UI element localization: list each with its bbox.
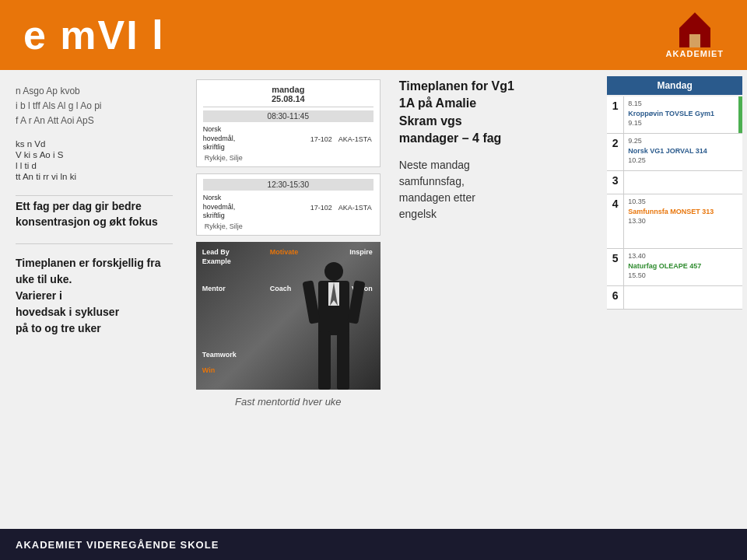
row-num-6: 6	[607, 286, 624, 309]
timetable-row-6: 6	[607, 286, 742, 310]
subject-5: Naturfag OLEAPE 457	[628, 261, 738, 271]
schedule-teacher-2: Rykkje, Silje	[203, 222, 374, 230]
label-motivate: Motivate	[270, 248, 299, 256]
time-5: 13.40	[628, 251, 738, 261]
row-num-4: 4	[607, 194, 624, 248]
section-label-1: ks n Vd	[16, 139, 173, 149]
svg-rect-8	[347, 280, 365, 324]
schedule-teacher-1: Rykkje, Silje	[203, 154, 374, 162]
akademiet-logo-icon	[675, 12, 714, 47]
row-content-2: 9.25 Norsk VG1 JORVAL 314 10.25	[624, 134, 742, 170]
middle-column: mandag25.08.14 08:30-11:45 Norskhovedmål…	[188, 70, 388, 529]
nav-items: n Asgo Ap kvob i b l tff Als Al g l Ao p…	[16, 84, 173, 128]
row-content-5: 13.40 Naturfag OLEAPE 457 15.50	[624, 249, 742, 285]
info-title: Timeplanen for Vg11A på AmalieSkram vgsm…	[399, 78, 591, 148]
nav-item-2: i b l tff Als Al g l Ao pi	[16, 99, 173, 113]
svg-rect-5	[318, 331, 331, 390]
divider-1	[16, 195, 173, 196]
section-label-2: V ki s Ao i S	[16, 150, 173, 159]
right-info-column: Timeplanen for Vg11A på AmalieSkram vgsm…	[388, 70, 602, 529]
section-labels: ks n Vd V ki s Ao i S l l ti d tt An ti …	[16, 139, 173, 183]
time5-end: 15.50	[628, 271, 738, 281]
svg-marker-1	[679, 12, 710, 28]
label-inspire: Inspire	[349, 248, 373, 256]
time-4: 10.35	[628, 197, 738, 207]
row-num-1: 1	[607, 96, 624, 133]
footer-bar: AKADEMIET VIDEREGÅENDE SKOLE	[0, 529, 747, 560]
label-teamwork: Teamwork	[202, 351, 237, 359]
label-coach: Coach	[270, 285, 292, 292]
time-2: 9.25	[628, 136, 738, 146]
schedule-time-1: 08:30-11:45	[203, 110, 374, 122]
schedule-class-2: AKA-1STA	[338, 204, 374, 212]
row-num-3: 3	[607, 171, 624, 194]
schedule-room-1: 17-102	[310, 135, 335, 143]
svg-rect-7	[303, 280, 321, 324]
schedule-header: mandag25.08.14	[203, 85, 374, 107]
time-1: 8.15	[628, 99, 738, 109]
green-indicator-1	[738, 96, 742, 133]
timetable-row-1: 1 8.15 Kroppøvin TOVSLE Gym1 9.15	[607, 96, 742, 134]
row-num-2: 2	[607, 134, 624, 170]
bottom-text: Timeplanen er forskjellig fra uke til uk…	[16, 255, 173, 337]
schedule-subject-2: Norskhovedmål,skriftlig	[203, 194, 307, 221]
body-text-1: Ett fag per dag gir bedre konsentrasjon …	[16, 199, 173, 229]
timetable-row-4: 4 10.35 Samfunnsfa MONSET 313 13.30	[607, 194, 742, 249]
section-label-3: l l ti d	[16, 161, 173, 170]
row-content-3	[624, 171, 742, 194]
row-content-4: 10.35 Samfunnsfa MONSET 313 13.30	[624, 194, 742, 248]
divider-2	[16, 243, 173, 244]
schedule-room-2: 17-102	[310, 204, 335, 212]
schedule-card-1: mandag25.08.14 08:30-11:45 Norskhovedmål…	[196, 79, 381, 167]
info-subtitle: Neste mandagsamfunnsfag,mandagen etteren…	[399, 157, 591, 222]
subject-4: Samfunnsfa MONSET 313	[628, 207, 738, 217]
bottom-text-line3: hovedsak i sykluser	[16, 304, 173, 320]
schedule-subject-1: Norskhovedmål,skriftlig	[203, 125, 307, 152]
top-bar: e mVI l AKADEMIET	[0, 0, 747, 70]
logo-text: AKADEMIET	[666, 49, 724, 58]
timetable-row-3: 3	[607, 171, 742, 194]
label-mentor: Mentor	[202, 285, 226, 292]
bottom-text-line1: Timeplanen er forskjellig fra uke til uk…	[16, 255, 173, 288]
svg-rect-6	[337, 331, 349, 390]
bottom-text-line4: på to og tre uker	[16, 320, 173, 337]
footer-text: AKADEMIET VIDEREGÅENDE SKOLE	[16, 539, 219, 551]
left-column: n Asgo Ap kvob i b l tff Als Al g l Ao p…	[0, 70, 188, 529]
timetable-header: Mandag	[607, 76, 742, 95]
row-content-6	[624, 286, 742, 309]
label-win: Win	[202, 366, 215, 374]
logo-area: AKADEMIET	[666, 12, 724, 58]
nav-item-3: f A r An Att Aoi ApS	[16, 114, 173, 128]
section-label-4: tt An ti rr vi ln ki	[16, 172, 173, 181]
time1-end: 9.15	[628, 118, 738, 128]
main-content: n Asgo Ap kvob i b l tff Als Al g l Ao p…	[0, 70, 747, 529]
row-content-1: 8.15 Kroppøvin TOVSLE Gym1 9.15	[624, 96, 742, 133]
schedule-class-1: AKA-1STA	[338, 135, 374, 143]
timetable-panel: Mandag 1 8.15 Kroppøvin TOVSLE Gym1 9.15…	[602, 70, 747, 529]
fast-mentor-text: Fast mentortid hver uke	[196, 396, 381, 408]
timetable-row-2: 2 9.25 Norsk VG1 JORVAL 314 10.25	[607, 134, 742, 171]
schedule-row-2: Norskhovedmål,skriftlig 17-102 AKA-1STA	[203, 194, 374, 221]
schedule-row-1: Norskhovedmål,skriftlig 17-102 AKA-1STA	[203, 125, 374, 152]
svg-rect-2	[689, 34, 700, 47]
time4-end: 13.30	[628, 216, 738, 226]
mentor-image-box: Lead ByExample Motivate Inspire Mentor C…	[196, 242, 381, 390]
schedule-time-2: 12:30-15:30	[203, 179, 374, 191]
nav-item-1: n Asgo Ap kvob	[16, 84, 173, 98]
subject-2: Norsk VG1 JORVAL 314	[628, 146, 738, 156]
time2-end: 10.25	[628, 156, 738, 166]
timetable-row-5: 5 13.40 Naturfag OLEAPE 457 15.50	[607, 249, 742, 286]
subject-1: Kroppøvin TOVSLE Gym1	[628, 109, 738, 119]
row-num-5: 5	[607, 249, 624, 285]
label-lead: Lead ByExample	[202, 248, 231, 266]
svg-point-3	[324, 262, 343, 281]
schedule-card-2: 12:30-15:30 Norskhovedmål,skriftlig 17-1…	[196, 173, 381, 236]
app-title: e mVI l	[23, 12, 165, 58]
bottom-text-line2: Varierer i	[16, 288, 173, 304]
person-silhouette	[303, 257, 365, 390]
